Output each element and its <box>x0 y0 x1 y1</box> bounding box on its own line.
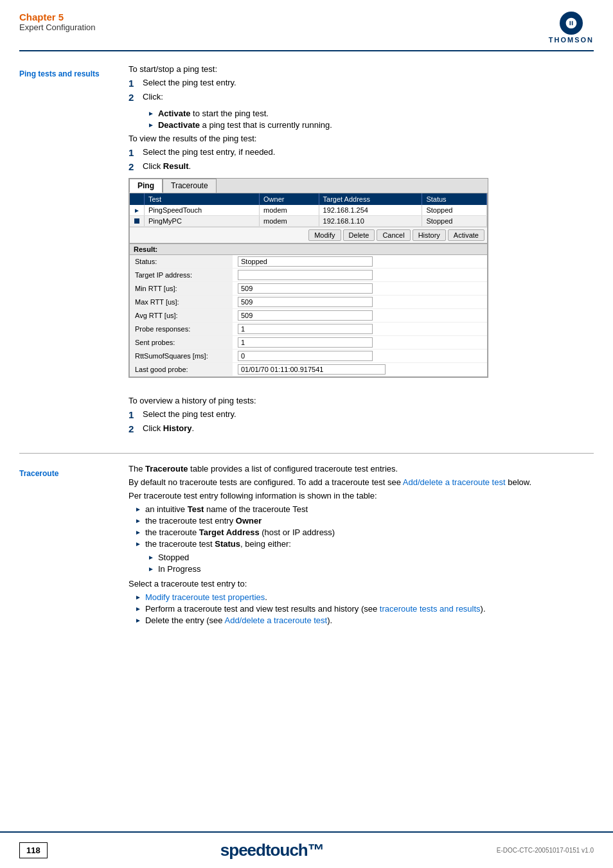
result-table-body: Status: Target IP address: Min RTT [us]: <box>130 255 487 376</box>
row-indicator-2 <box>130 216 144 227</box>
traceroute-results-link[interactable]: traceroute tests and results <box>380 604 481 614</box>
th-indicator <box>130 193 144 205</box>
table-body: ► PingSpeedTouch modem 192.168.1.254 Sto… <box>130 205 487 227</box>
result-input-avg-rtt[interactable] <box>238 310 373 321</box>
result-input-sent-probes[interactable] <box>238 337 373 348</box>
bullet-arrow-11: ► <box>135 617 141 624</box>
result-label-sent-probes: Sent probes: <box>130 336 233 350</box>
intro-history: To overview a history of ping tests: <box>129 396 594 405</box>
bullet-deactivate-text: Deactivate a ping test that is currently… <box>158 120 332 130</box>
ping-data-table: Test Owner Target Address Status ► PingS… <box>130 193 487 227</box>
result-label-probe-responses: Probe responses: <box>130 323 233 336</box>
modify-traceroute-link[interactable]: Modify traceroute test properties <box>145 592 265 602</box>
delete-button[interactable]: Delete <box>343 229 375 241</box>
result-row-last-probe: Last good probe: <box>130 363 487 376</box>
result-input-last-probe[interactable] <box>238 364 386 375</box>
action-perform: ► Perform a traceroute test and view tes… <box>135 604 594 614</box>
row-square-icon <box>134 218 139 224</box>
row-2-test: PingMyPC <box>144 216 259 227</box>
result-label-max-rtt: Max RTT [us]: <box>130 296 233 309</box>
traceroute-main: Traceroute The Traceroute table provides… <box>0 454 613 642</box>
result-value-max-rtt <box>233 296 487 309</box>
cancel-button[interactable]: Cancel <box>377 229 410 241</box>
bullet-arrow-1: ► <box>148 110 154 117</box>
bullet-test-name-text: an intuitive Test name of the traceroute… <box>145 504 308 514</box>
result-input-max-rtt[interactable] <box>238 297 373 307</box>
status-sub-bullets: ► Stopped ► In Progress <box>148 553 594 574</box>
modify-button[interactable]: Modify <box>308 229 341 241</box>
result-input-target-ip[interactable] <box>238 270 373 280</box>
right-content: To start/stop a ping test: 1 Select the … <box>129 64 594 440</box>
result-row-max-rtt: Max RTT [us]: <box>130 296 487 309</box>
result-row-avg-rtt: Avg RTT [us]: <box>130 309 487 323</box>
data-table-wrapper: Test Owner Target Address Status ► PingS… <box>129 193 488 244</box>
select-entry-text: Select a traceroute test entry to: <box>129 579 594 589</box>
result-value-avg-rtt <box>233 309 487 323</box>
bullet-arrow-8: ► <box>148 565 154 572</box>
status-in-progress: ► In Progress <box>148 564 594 574</box>
bullet-status: ► the traceroute test Status, being eith… <box>135 539 594 549</box>
chapter-info: Chapter 5 Expert Configuration <box>19 12 96 32</box>
page-header: Chapter 5 Expert Configuration THOMSON <box>0 0 613 50</box>
result-input-rtt-sum[interactable] <box>238 351 373 361</box>
step-2-view-num: 2 <box>129 161 143 173</box>
add-delete-link-1[interactable]: Add/delete a traceroute test <box>403 477 506 487</box>
bullet-owner-text: the traceroute test entry Owner <box>145 516 262 526</box>
action-modify-text: Modify traceroute test properties. <box>145 592 267 602</box>
result-input-min-rtt[interactable] <box>238 283 373 294</box>
table-row[interactable]: ► PingSpeedTouch modem 192.168.1.254 Sto… <box>130 205 487 216</box>
result-value-status <box>233 255 487 269</box>
result-row-rtt-sum: RttSumofSquares [ms]: <box>130 350 487 363</box>
result-value-rtt-sum <box>233 350 487 363</box>
bullet-arrow-9: ► <box>135 594 141 601</box>
tab-traceroute[interactable]: Traceroute <box>163 179 217 193</box>
bullet-test-name: ► an intuitive Test name of the tracerou… <box>135 504 594 514</box>
action-bullets: ► Modify traceroute test properties. ► P… <box>135 592 594 625</box>
row-1-owner: modem <box>260 205 319 216</box>
history-button[interactable]: History <box>413 229 446 241</box>
th-owner: Owner <box>260 193 319 205</box>
bullet-arrow-4: ► <box>135 517 141 524</box>
main-content: Ping tests and results To start/stop a p… <box>0 51 613 453</box>
history-section: To overview a history of ping tests: 1 S… <box>129 396 594 435</box>
result-input-probe-responses[interactable] <box>238 324 373 334</box>
row-indicator-1: ► <box>130 205 144 216</box>
result-row-target-ip: Target IP address: <box>130 269 487 282</box>
row-2-target: 192.168.1.10 <box>319 216 422 227</box>
bullet-target-address-text: the traceroute Target Address (host or I… <box>145 527 335 537</box>
row-1-target: 192.168.1.254 <box>319 205 422 216</box>
ping-section-label: Ping tests and results <box>19 66 129 78</box>
history-step-2-num: 2 <box>129 423 143 435</box>
history-step-1-text: Select the ping test entry. <box>143 409 236 419</box>
page-footer: 118 speedtouch™ E-DOC-CTC-20051017-0151 … <box>0 831 613 868</box>
chapter-subtitle: Expert Configuration <box>19 22 96 32</box>
bullet-arrow-10: ► <box>135 605 141 612</box>
result-input-status[interactable] <box>238 256 373 267</box>
result-label-min-rtt: Min RTT [us]: <box>130 282 233 296</box>
speedtouch-text: speedtouch™ <box>220 840 324 860</box>
table-row[interactable]: PingMyPC modem 192.168.1.10 Stopped <box>130 216 487 227</box>
result-value-sent-probes <box>233 336 487 350</box>
status-stopped-text: Stopped <box>158 553 189 562</box>
activate-button[interactable]: Activate <box>448 229 484 241</box>
step-1-start: 1 Select the ping test entry. <box>129 78 594 89</box>
tab-ping[interactable]: Ping <box>129 179 163 193</box>
history-step-1: 1 Select the ping test entry. <box>129 409 594 421</box>
action-delete-text: Delete the entry (see Add/delete a trace… <box>145 616 332 625</box>
step-1-view: 1 Select the ping test entry, if needed. <box>129 147 594 159</box>
traceroute-para1: The Traceroute table provides a list of … <box>129 464 594 474</box>
result-label-last-probe: Last good probe: <box>130 363 233 376</box>
click-bullets: ► Activate to start the ping test. ► Dea… <box>148 109 594 130</box>
step-1-view-text: Select the ping test entry, if needed. <box>143 147 275 157</box>
row-1-test: PingSpeedTouch <box>144 205 259 216</box>
table-header-row: Test Owner Target Address Status <box>130 193 487 205</box>
ping-table-container: Ping Traceroute Test Owner Target Addres… <box>129 178 488 378</box>
thomson-logo: THOMSON <box>549 12 594 44</box>
chapter-title: Chapter 5 <box>19 12 96 22</box>
thomson-icon-svg <box>565 17 578 30</box>
step-1-text: Select the ping test entry. <box>143 78 236 87</box>
add-delete-link-2[interactable]: Add/delete a traceroute test <box>224 616 327 625</box>
row-2-status: Stopped <box>422 216 487 227</box>
result-section: Result: Status: Target IP address: Min R… <box>129 244 488 377</box>
intro-start-stop: To start/stop a ping test: <box>129 64 594 74</box>
